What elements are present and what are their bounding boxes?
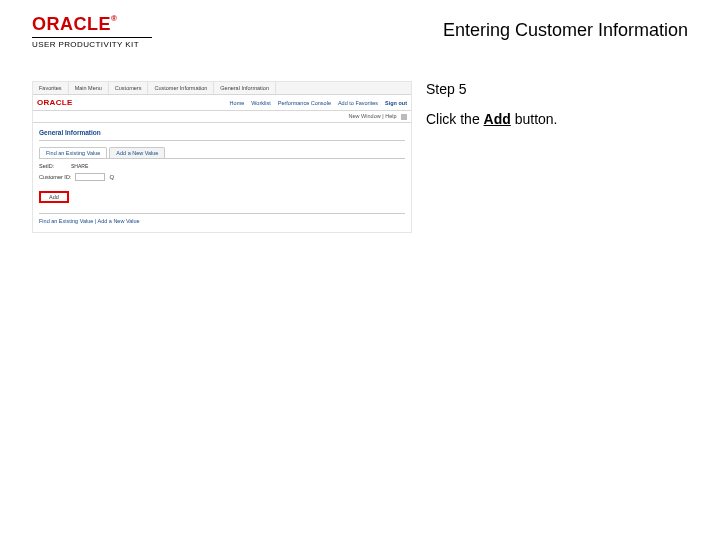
oracle-logo: ORACLE®: [32, 14, 117, 34]
breadcrumb-item[interactable]: General Information: [214, 82, 276, 94]
row-custid: Customer ID: Q: [33, 169, 411, 181]
instruction-prefix: Click the: [426, 111, 484, 127]
embedded-screenshot: Favorites Main Menu Customers Customer I…: [32, 81, 412, 233]
instruction-bold: Add: [484, 111, 511, 127]
instruction-text: Click the Add button.: [426, 111, 698, 127]
lookup-icon[interactable]: Q: [109, 174, 114, 180]
toplink-worklist[interactable]: Worklist: [251, 100, 270, 106]
logo-subtitle: USER PRODUCTIVITY KIT: [32, 40, 162, 49]
bottom-links[interactable]: Find an Existing Value | Add a New Value: [33, 214, 411, 232]
tab-add-new[interactable]: Add a New Value: [109, 147, 165, 158]
breadcrumb-item[interactable]: Customer Information: [148, 82, 214, 94]
value-setid: SHARE: [71, 163, 88, 169]
section-title: General Information: [33, 123, 411, 138]
page-header: ORACLE® USER PRODUCTIVITY KIT Entering C…: [0, 0, 720, 55]
window-tools-text[interactable]: New Window | Help: [349, 113, 397, 119]
row-setid: SetID: SHARE: [33, 159, 411, 169]
breadcrumb-item[interactable]: Favorites: [33, 82, 69, 94]
app-window: Favorites Main Menu Customers Customer I…: [32, 81, 412, 233]
step-label: Step 5: [426, 81, 698, 97]
app-brand-bar: ORACLE Home Worklist Performance Console…: [33, 95, 411, 111]
app-oracle-logo: ORACLE: [37, 98, 73, 107]
add-button-area: Add: [33, 181, 411, 207]
document-title: Entering Customer Information: [162, 14, 698, 41]
toplink-perf-console[interactable]: Performance Console: [278, 100, 331, 106]
breadcrumb-bar: Favorites Main Menu Customers Customer I…: [33, 82, 411, 95]
window-tools-bar: New Window | Help: [33, 111, 411, 123]
label-custid: Customer ID:: [39, 174, 71, 180]
logo-divider: [32, 37, 152, 38]
trademark-symbol: ®: [111, 14, 117, 23]
instruction-suffix: button.: [511, 111, 558, 127]
instruction-panel: Step 5 Click the Add button.: [426, 81, 698, 233]
toplink-add-favorites[interactable]: Add to Favorites: [338, 100, 378, 106]
tab-find-existing[interactable]: Find an Existing Value: [39, 147, 107, 158]
label-setid: SetID:: [39, 163, 67, 169]
brand-logo-block: ORACLE® USER PRODUCTIVITY KIT: [32, 14, 162, 49]
toplink-signout[interactable]: Sign out: [385, 100, 407, 106]
help-icon[interactable]: [401, 114, 407, 120]
add-button[interactable]: Add: [39, 191, 69, 203]
tab-strip: Find an Existing Value Add a New Value: [33, 141, 411, 158]
input-custid[interactable]: [75, 173, 105, 181]
content-row: Favorites Main Menu Customers Customer I…: [0, 55, 720, 233]
toplink-home[interactable]: Home: [230, 100, 245, 106]
breadcrumb-item[interactable]: Main Menu: [69, 82, 109, 94]
oracle-logo-text: ORACLE: [32, 14, 111, 34]
breadcrumb-item[interactable]: Customers: [109, 82, 149, 94]
